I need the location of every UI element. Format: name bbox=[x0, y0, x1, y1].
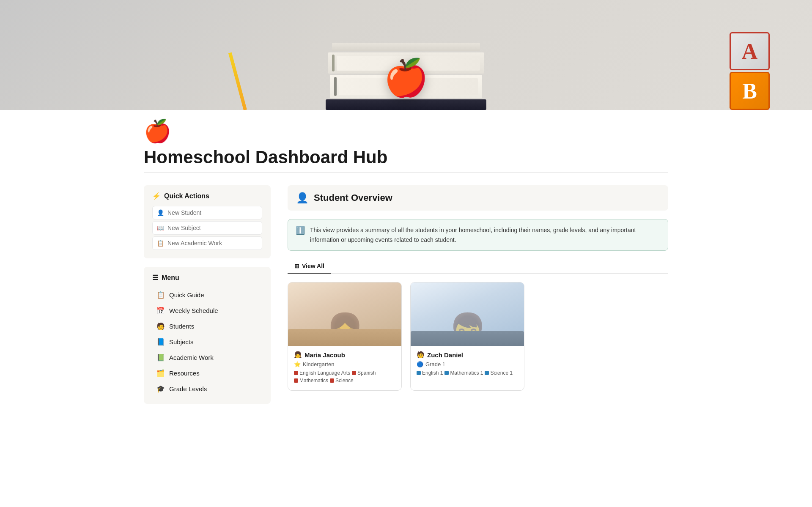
menu-section: ☰ Menu 📋 Quick Guide 📅 Weekly Schedule 🧑… bbox=[144, 267, 271, 404]
subject-tags-zuch-row1: English 1 Mathematics 1 Science 1 bbox=[417, 370, 518, 376]
menu-weekly-schedule[interactable]: 📅 Weekly Schedule bbox=[152, 303, 262, 318]
page-banner: 🍎 A B bbox=[0, 0, 812, 110]
menu-title: ☰ Menu bbox=[152, 274, 262, 282]
menu-resources[interactable]: 🗂️ Resources bbox=[152, 366, 262, 381]
subject-tag-math-maria: Mathematics bbox=[294, 378, 328, 384]
subject-tag-math-zuch: Mathematics 1 bbox=[444, 370, 483, 376]
student-card-zuch[interactable]: 👦 🧑 Zuch Daniel 🔵 Grade 1 bbox=[410, 282, 524, 391]
student-overview-header: 👤 Student Overview bbox=[288, 185, 668, 211]
tag-dot-science-zuch bbox=[485, 371, 489, 375]
tag-dot-math-maria bbox=[294, 378, 298, 383]
page-emoji: 🍎 bbox=[144, 118, 668, 144]
new-student-label: New Student bbox=[167, 209, 201, 216]
quick-guide-label: Quick Guide bbox=[169, 291, 204, 299]
abc-blocks-decoration: A B bbox=[730, 32, 770, 110]
menu-students[interactable]: 🧑 Students bbox=[152, 319, 262, 334]
main-content: 👤 Student Overview ℹ️ This view provides… bbox=[288, 185, 668, 391]
student-emoji-maria: 👧 bbox=[294, 351, 302, 359]
student-cards-grid: 👧 👧 Maria Jacoub ⭐ Kindergarten bbox=[288, 282, 668, 391]
new-subject-label: New Subject bbox=[167, 225, 201, 231]
student-overview-icon: 👤 bbox=[296, 192, 309, 204]
student-name-zuch: 🧑 Zuch Daniel bbox=[417, 351, 518, 359]
resources-icon: 🗂️ bbox=[156, 369, 165, 377]
view-all-label: View All bbox=[302, 263, 324, 269]
info-text: This view provides a summary of all the … bbox=[310, 225, 660, 244]
subjects-icon: 📘 bbox=[156, 338, 165, 346]
view-tabs: ⊞ View All bbox=[288, 259, 668, 274]
subject-tags-maria-row2: Mathematics Science bbox=[294, 378, 395, 384]
tag-dot-ela bbox=[294, 371, 298, 375]
title-area: 🍎 Homeschool Dashboard Hub bbox=[144, 110, 668, 173]
student-grade-maria: ⭐ Kindergarten bbox=[294, 361, 395, 367]
subject-tag-english-zuch: English 1 bbox=[417, 370, 443, 376]
info-box: ℹ️ This view provides a summary of all t… bbox=[288, 219, 668, 251]
quick-actions-title: ⚡ Quick Actions bbox=[152, 192, 262, 200]
pencil-decoration bbox=[228, 52, 247, 110]
resources-label: Resources bbox=[169, 370, 200, 377]
tag-dot-math-zuch bbox=[444, 371, 449, 375]
new-academic-work-icon: 📋 bbox=[157, 240, 164, 247]
tag-dot-spanish bbox=[352, 371, 356, 375]
quick-actions-icon: ⚡ bbox=[152, 192, 161, 200]
academic-work-label: Academic Work bbox=[169, 354, 214, 361]
page-title: Homeschool Dashboard Hub bbox=[144, 147, 668, 168]
menu-grade-levels[interactable]: 🎓 Grade Levels bbox=[152, 381, 262, 396]
grade-icon-maria: ⭐ bbox=[294, 361, 301, 367]
subject-tag-science-maria: Science bbox=[330, 378, 354, 384]
subject-tag-ela: English Language Arts bbox=[294, 370, 350, 376]
menu-quick-guide[interactable]: 📋 Quick Guide bbox=[152, 288, 262, 302]
subjects-label: Subjects bbox=[169, 338, 194, 345]
student-name-maria: 👧 Maria Jacoub bbox=[294, 351, 395, 359]
quick-actions-section: ⚡ Quick Actions 👤 New Student 📖 New Subj… bbox=[144, 185, 271, 258]
quick-guide-icon: 📋 bbox=[156, 291, 165, 299]
student-overview-title: Student Overview bbox=[314, 192, 392, 203]
grade-icon-zuch: 🔵 bbox=[417, 361, 423, 367]
academic-work-icon: 📗 bbox=[156, 354, 165, 362]
books-decoration: 🍎 bbox=[326, 43, 486, 110]
menu-academic-work[interactable]: 📗 Academic Work bbox=[152, 350, 262, 365]
apple-on-book-icon: 🍎 bbox=[384, 60, 428, 96]
student-card-body-maria: 👧 Maria Jacoub ⭐ Kindergarten English La… bbox=[288, 346, 401, 390]
students-label: Students bbox=[169, 323, 194, 330]
new-student-button[interactable]: 👤 New Student bbox=[152, 206, 262, 219]
student-photo-maria: 👧 bbox=[288, 282, 401, 346]
subject-tag-spanish: Spanish bbox=[352, 370, 376, 376]
block-b-icon: B bbox=[730, 72, 770, 110]
grade-levels-icon: 🎓 bbox=[156, 385, 165, 393]
tag-dot-english-zuch bbox=[417, 371, 421, 375]
student-photo-zuch: 👦 bbox=[411, 282, 524, 346]
new-academic-work-button[interactable]: 📋 New Academic Work bbox=[152, 236, 262, 250]
grade-levels-label: Grade Levels bbox=[169, 385, 207, 392]
weekly-schedule-label: Weekly Schedule bbox=[169, 307, 218, 314]
new-subject-icon: 📖 bbox=[157, 225, 164, 231]
new-subject-button[interactable]: 📖 New Subject bbox=[152, 221, 262, 235]
left-sidebar: ⚡ Quick Actions 👤 New Student 📖 New Subj… bbox=[144, 185, 271, 412]
info-icon: ℹ️ bbox=[296, 226, 305, 235]
new-academic-work-label: New Academic Work bbox=[167, 240, 222, 247]
menu-subjects[interactable]: 📘 Subjects bbox=[152, 334, 262, 349]
menu-icon: ☰ bbox=[152, 274, 158, 282]
weekly-schedule-icon: 📅 bbox=[156, 307, 165, 315]
tag-dot-science-maria bbox=[330, 378, 334, 383]
student-emoji-zuch: 🧑 bbox=[417, 351, 425, 359]
subject-tag-science-zuch: Science 1 bbox=[485, 370, 513, 376]
block-a-icon: A bbox=[730, 32, 770, 70]
subject-tags-maria-row1: English Language Arts Spanish bbox=[294, 370, 395, 376]
students-icon: 🧑 bbox=[156, 322, 165, 330]
student-card-body-zuch: 🧑 Zuch Daniel 🔵 Grade 1 English 1 bbox=[411, 346, 524, 383]
view-all-tab[interactable]: ⊞ View All bbox=[288, 259, 331, 274]
view-all-icon: ⊞ bbox=[294, 263, 299, 269]
new-student-icon: 👤 bbox=[157, 209, 164, 216]
student-card-maria[interactable]: 👧 👧 Maria Jacoub ⭐ Kindergarten bbox=[288, 282, 402, 391]
student-grade-zuch: 🔵 Grade 1 bbox=[417, 361, 518, 367]
